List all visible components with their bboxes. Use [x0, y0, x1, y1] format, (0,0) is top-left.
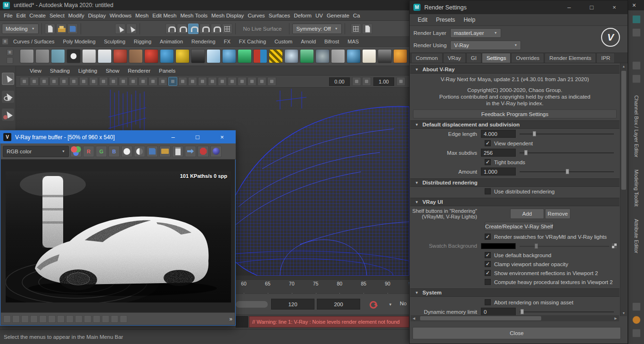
- use-all-lights-icon[interactable]: [198, 77, 207, 86]
- tight-bounds-checkbox[interactable]: ✓: [485, 159, 491, 165]
- rs-titlebar[interactable]: M Render Settings – □ ×: [410, 0, 627, 14]
- menu-generate[interactable]: Generate: [325, 13, 351, 18]
- grid-icon[interactable]: [89, 77, 98, 86]
- symmetry-selector[interactable]: Symmetry: Off ▼: [292, 24, 341, 34]
- scrollbar-track[interactable]: [417, 315, 612, 321]
- menu-uv[interactable]: UV: [314, 13, 325, 18]
- view-dependent-checkbox[interactable]: ✓: [485, 140, 491, 146]
- light-cube-icon[interactable]: [206, 49, 221, 63]
- rs-close-button[interactable]: ×: [605, 0, 624, 14]
- command-input[interactable]: [236, 316, 248, 327]
- menu-mesh[interactable]: Mesh: [133, 13, 150, 18]
- command-result-warning[interactable]: // Warning: line 1: V-Ray : Noise levels…: [249, 316, 409, 327]
- shelf-tab-curves-surfaces[interactable]: Curves / Surfaces: [9, 39, 58, 44]
- lut-icon[interactable]: [75, 315, 83, 323]
- channel-box-icon[interactable]: [632, 61, 641, 70]
- rs-menu-edit[interactable]: Edit: [413, 17, 432, 23]
- exposure-icon[interactable]: [352, 77, 361, 86]
- menu-surfaces[interactable]: Surfaces: [267, 13, 292, 18]
- paint-select-tool[interactable]: [2, 109, 14, 121]
- blue-sphere-icon[interactable]: [160, 49, 174, 63]
- ep-curve-icon[interactable]: [35, 49, 50, 63]
- undo-icon[interactable]: [115, 24, 125, 34]
- panel-menu-show[interactable]: Show: [102, 68, 123, 74]
- clamp-opacity-checkbox[interactable]: ✓: [485, 261, 491, 267]
- resolution-gate-icon[interactable]: [109, 77, 118, 86]
- scroll-down-arrow-icon[interactable]: ▼: [620, 310, 627, 316]
- paint-red-icon[interactable]: [113, 49, 127, 63]
- icc-profile-icon[interactable]: [84, 315, 91, 323]
- settings-gear-icon[interactable]: [632, 316, 641, 324]
- scrollbar-thumb[interactable]: [621, 71, 626, 190]
- snap-to-curves-icon[interactable]: [177, 24, 187, 34]
- amount-slider[interactable]: [520, 168, 614, 176]
- vfb-close-button[interactable]: ×: [212, 131, 232, 143]
- construction-history-icon[interactable]: [351, 24, 361, 34]
- edge-length-slider[interactable]: [520, 130, 614, 138]
- open-render-view-icon[interactable]: [362, 24, 372, 34]
- rs-minimize-button[interactable]: –: [560, 0, 578, 14]
- menu-mesh-display[interactable]: Mesh Display: [209, 13, 246, 18]
- remove-button[interactable]: Remove: [545, 209, 570, 219]
- slider-handle[interactable]: [535, 243, 538, 249]
- history-list-icon[interactable]: [3, 315, 11, 323]
- shelf-tab-animation[interactable]: Animation: [156, 39, 187, 44]
- region-render-icon[interactable]: [120, 315, 127, 323]
- feedback-program-button[interactable]: Feedback Program Settings: [413, 109, 617, 118]
- film-gate-icon[interactable]: [99, 77, 108, 86]
- snap-to-points-icon[interactable]: [188, 24, 198, 34]
- menu-cache-truncated[interactable]: Ca: [351, 13, 362, 18]
- wireframe-icon[interactable]: [158, 77, 167, 86]
- viewport20-options-icon[interactable]: [396, 77, 405, 86]
- blue-ball-icon[interactable]: [347, 49, 361, 63]
- alpha-channel-icon[interactable]: [121, 146, 132, 157]
- menu-set-selector[interactable]: Modeling ▼: [2, 24, 39, 34]
- checklist-icon[interactable]: [98, 49, 112, 63]
- redo-icon[interactable]: [126, 24, 137, 34]
- dynamic-memory-field[interactable]: 0: [481, 308, 516, 316]
- track-mouse-render-icon[interactable]: [185, 146, 196, 157]
- shaded-icon[interactable]: [168, 77, 177, 86]
- expand-panels-icon[interactable]: [632, 302, 641, 311]
- section-distributed-rendering[interactable]: ▼ Distributed rendering: [410, 178, 619, 187]
- blue-channel-button[interactable]: B: [108, 146, 120, 157]
- tab-settings[interactable]: Settings: [482, 53, 511, 63]
- menu-create[interactable]: Create: [27, 13, 48, 18]
- orange-sphere-icon[interactable]: [393, 49, 407, 63]
- shelf-tab-custom[interactable]: Custom: [271, 39, 296, 44]
- tab-modeling-toolkit[interactable]: Modeling Toolkit: [634, 169, 639, 207]
- caret-down-icon[interactable]: ▼: [388, 302, 392, 307]
- safe-title-icon[interactable]: [149, 77, 157, 86]
- open-scene-icon[interactable]: [56, 24, 66, 34]
- field-chart-icon[interactable]: [129, 77, 138, 86]
- live-surface-field[interactable]: No Live Surface: [239, 24, 287, 34]
- dark-cone-icon[interactable]: [191, 49, 205, 63]
- layer-editor-icon[interactable]: [632, 75, 641, 83]
- make-live-icon[interactable]: [222, 24, 232, 34]
- snap-to-grids-icon[interactable]: [165, 24, 176, 34]
- two-d-pan-zoom-icon[interactable]: [69, 77, 78, 86]
- max-subdivs-field[interactable]: 256: [481, 149, 516, 157]
- red-channel-button[interactable]: R: [83, 146, 94, 157]
- section-vray-ui[interactable]: ▼ VRay UI: [410, 198, 619, 206]
- gamma-field[interactable]: 1.00: [373, 77, 394, 86]
- shelf-tab-rendering[interactable]: Rendering: [188, 39, 219, 44]
- water-drop-icon[interactable]: [222, 49, 236, 63]
- stamp-icon[interactable]: [111, 315, 118, 323]
- render-last-icon[interactable]: [210, 146, 222, 157]
- gamma-icon[interactable]: [362, 77, 371, 86]
- shelf-tab-fx-caching[interactable]: FX Caching: [235, 39, 270, 44]
- shelf-menu-icon[interactable]: ≡: [2, 38, 8, 45]
- swatch-background-color[interactable]: [481, 243, 516, 249]
- scroll-right-arrow-icon[interactable]: ▶: [612, 315, 619, 321]
- srgb-toggle-icon[interactable]: [93, 315, 100, 323]
- tab-overrides[interactable]: Overrides: [511, 53, 544, 63]
- gate-mask-icon[interactable]: [119, 77, 128, 86]
- rgb-channels-icon[interactable]: [70, 146, 82, 157]
- env-reflections-checkbox[interactable]: ✓: [485, 270, 491, 276]
- menu-file[interactable]: File: [2, 13, 15, 18]
- hazard-stripes-icon[interactable]: [269, 49, 283, 63]
- character-set-label[interactable]: No: [400, 301, 409, 306]
- lock-camera-icon[interactable]: [30, 77, 39, 86]
- tab-ipr[interactable]: IPR: [596, 53, 615, 63]
